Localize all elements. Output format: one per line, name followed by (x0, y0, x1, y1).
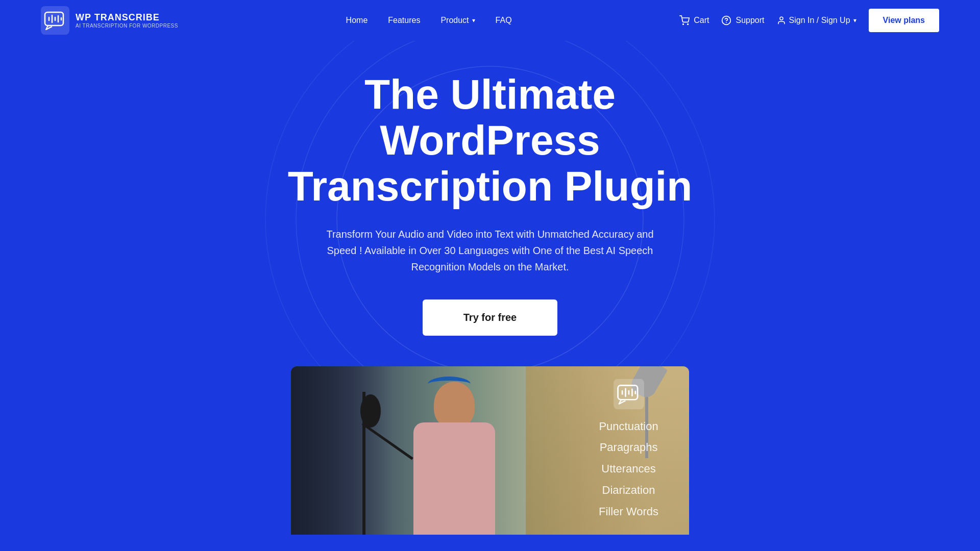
svg-point-7 (683, 24, 684, 25)
hero-section: The Ultimate WordPress Transcription Plu… (0, 41, 980, 535)
feature-item-filler-words: Filler Words (599, 500, 658, 522)
nav-home[interactable]: Home (346, 16, 368, 24)
nav-cart[interactable]: Cart (679, 15, 709, 26)
nav-signin[interactable]: Sign In / Sign Up ▾ (777, 16, 856, 25)
person-body (413, 422, 495, 535)
overlay-brand-icon (599, 379, 658, 411)
view-plans-button[interactable]: View plans (869, 9, 939, 32)
logo-icon (41, 6, 69, 35)
chevron-down-icon: ▾ (853, 17, 856, 24)
mic-head (360, 394, 381, 428)
hero-content: The Ultimate WordPress Transcription Plu… (41, 71, 939, 366)
feature-item-punctuation: Punctuation (599, 415, 658, 437)
nav-product[interactable]: Product ▾ (440, 16, 475, 25)
feature-item-diarization: Diarization (599, 479, 658, 500)
brand-tagline: AI TRANSCRIPTION FOR WORDPRESS (76, 23, 178, 29)
nav-features[interactable]: Features (388, 16, 420, 24)
support-icon (721, 15, 731, 26)
logo-text: WP TRANSCRIBE AI TRANSCRIPTION FOR WORDP… (76, 12, 178, 29)
svg-point-8 (688, 24, 689, 25)
feature-item-paragraphs: Paragraphs (599, 437, 658, 458)
brand-name: WP TRANSCRIBE (76, 12, 178, 23)
hero-image: Punctuation Paragraphs Utterances Diariz… (291, 366, 689, 535)
hero-title: The Ultimate WordPress Transcription Plu… (260, 71, 720, 210)
feature-item-utterances: Utterances (599, 458, 658, 480)
cart-icon (679, 15, 690, 26)
try-free-button[interactable]: Try for free (423, 299, 557, 336)
nav-links: Home Features Product ▾ FAQ (346, 16, 512, 25)
podcast-scene: Punctuation Paragraphs Utterances Diariz… (291, 366, 689, 535)
nav-faq[interactable]: FAQ (496, 16, 512, 24)
headphones (428, 377, 471, 392)
logo-link[interactable]: WP TRANSCRIBE AI TRANSCRIPTION FOR WORDP… (41, 6, 178, 35)
dark-overlay (291, 366, 393, 535)
nav-support[interactable]: Support (721, 15, 764, 26)
navbar: WP TRANSCRIBE AI TRANSCRIPTION FOR WORDP… (0, 0, 980, 41)
features-list: Punctuation Paragraphs Utterances Diariz… (599, 415, 658, 522)
feature-overlay: Punctuation Paragraphs Utterances Diariz… (599, 379, 658, 522)
nav-right: Cart Support Sign In / Sign Up ▾ View pl… (679, 9, 939, 32)
chevron-down-icon: ▾ (472, 17, 475, 24)
user-icon (777, 16, 786, 25)
hero-subtitle: Transform Your Audio and Video into Text… (316, 226, 664, 275)
svg-point-11 (780, 17, 783, 20)
